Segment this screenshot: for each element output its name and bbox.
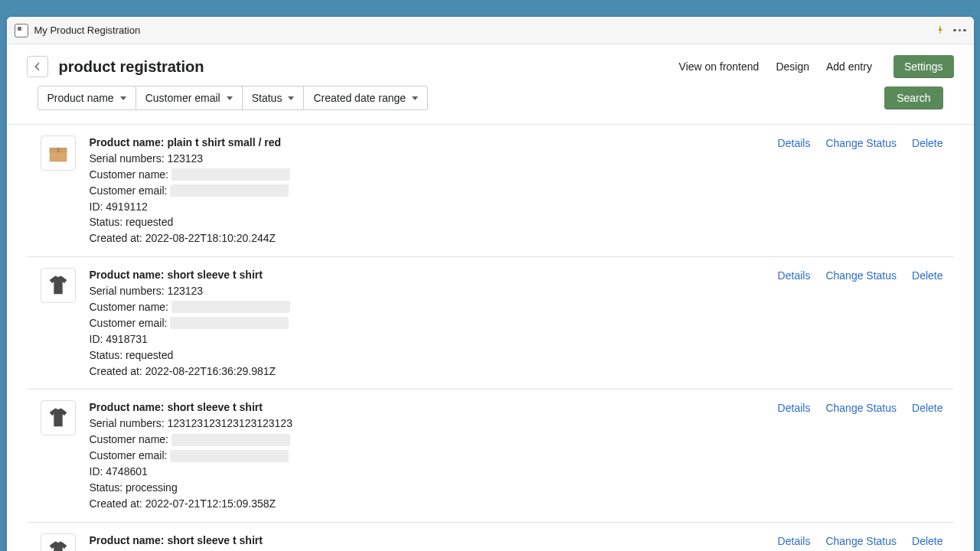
search-button[interactable]: Search: [884, 86, 942, 109]
change-status-link[interactable]: Change Status: [825, 137, 897, 149]
app-icon: [15, 24, 28, 37]
field-value: 123123123123123123123: [167, 416, 292, 431]
redacted-value: [170, 184, 289, 197]
entry-field: Created at: 2022-08-22T16:36:29.981Z: [90, 364, 764, 379]
field-label: Customer email:: [90, 316, 171, 331]
filter-customer-email[interactable]: Customer email: [136, 86, 243, 110]
change-status-link[interactable]: Change Status: [825, 402, 897, 414]
entry-field: ID: 4918731: [90, 332, 764, 347]
pin-icon[interactable]: [935, 25, 946, 36]
entry-field: Customer name:: [90, 300, 764, 315]
field-label: Serial numbers:: [90, 284, 168, 298]
field-value: requested: [126, 348, 173, 363]
field-label: Customer name:: [90, 432, 172, 447]
field-value: 123123: [167, 152, 203, 166]
entry-field: Status: requested: [90, 215, 764, 230]
field-label: Product name:: [90, 135, 168, 150]
field-value: short sleeve t shirt: [167, 268, 263, 282]
entry-field: ID: 4748601: [90, 465, 764, 479]
settings-button[interactable]: Settings: [893, 55, 954, 78]
design-link[interactable]: Design: [776, 60, 809, 73]
entry-field: Product name: short sleeve t shirt: [90, 268, 764, 282]
chevron-down-icon: [288, 96, 294, 100]
field-value: plain t shirt small / red: [167, 135, 281, 150]
field-value: 4918731: [106, 332, 148, 347]
entry-field: Status: processing: [90, 481, 764, 495]
field-value: 4748601: [106, 465, 148, 479]
delete-link[interactable]: Delete: [912, 402, 942, 414]
app-title: My Product Registration: [34, 24, 141, 36]
field-label: Status:: [90, 348, 126, 363]
header-actions: View on frontend Design Add entry Settin…: [679, 55, 954, 78]
change-status-link[interactable]: Change Status: [825, 535, 897, 547]
chevron-down-icon: [412, 96, 418, 100]
box-icon: [41, 135, 76, 171]
entry-field: Serial numbers: 123123: [90, 284, 764, 298]
delete-link[interactable]: Delete: [912, 137, 942, 149]
entry-field: Customer email:: [90, 184, 764, 198]
field-value: 2022-08-22T18:10:20.244Z: [145, 231, 276, 246]
back-button[interactable]: [27, 56, 48, 77]
entry-body: Product name: short sleeve t shirtSerial…: [90, 268, 764, 378]
field-label: ID:: [90, 465, 106, 479]
entry-body: Product name: short sleeve t shirtSerial…: [90, 533, 764, 551]
redacted-value: [170, 450, 289, 462]
field-label: Product name:: [90, 268, 168, 282]
field-value: 123123: [167, 284, 203, 298]
redacted-value: [172, 434, 290, 446]
entry-actions: DetailsChange StatusDelete: [778, 400, 943, 510]
field-label: Serial numbers:: [90, 416, 168, 431]
details-link[interactable]: Details: [778, 402, 811, 414]
delete-link[interactable]: Delete: [912, 535, 942, 547]
entry-body: Product name: plain t shirt small / redS…: [90, 135, 764, 246]
field-label: Created at:: [90, 231, 145, 246]
entry-field: Created at: 2022-08-22T18:10:20.244Z: [90, 231, 764, 246]
entry-field: Product name: short sleeve t shirt: [90, 400, 764, 415]
tshirt-icon: [41, 268, 76, 303]
details-link[interactable]: Details: [778, 535, 811, 547]
entry-field: Serial numbers: 123123123123123123123: [90, 416, 764, 431]
filter-label: Product name: [47, 92, 114, 104]
details-link[interactable]: Details: [778, 269, 811, 282]
page-header: product registration View on frontend De…: [7, 44, 974, 86]
field-value: 2022-07-21T12:15:09.358Z: [145, 497, 276, 511]
delete-link[interactable]: Delete: [912, 269, 942, 282]
filter-product-name[interactable]: Product name: [38, 86, 136, 110]
field-label: Customer email:: [90, 448, 171, 463]
redacted-value: [172, 301, 290, 313]
entry-row: Product name: plain t shirt small / redS…: [27, 125, 954, 257]
tshirt-icon: [41, 533, 76, 551]
filter-status[interactable]: Status: [243, 86, 305, 110]
field-label: Product name:: [90, 533, 168, 548]
redacted-value: [170, 317, 289, 329]
entry-field: Created at: 2022-07-21T12:15:09.358Z: [90, 497, 764, 511]
redacted-value: [172, 168, 290, 181]
entry-row: Product name: short sleeve t shirtSerial…: [27, 390, 954, 522]
field-label: Created at:: [90, 497, 145, 511]
change-status-link[interactable]: Change Status: [825, 269, 897, 282]
app-window: My Product Registration product registra…: [7, 17, 974, 551]
entries-list: Product name: plain t shirt small / redS…: [7, 125, 974, 551]
entry-field: ID: 4919112: [90, 200, 764, 214]
more-icon[interactable]: [953, 29, 966, 32]
entry-actions: DetailsChange StatusDelete: [778, 533, 943, 551]
field-label: Customer name:: [90, 300, 172, 315]
svg-rect-2: [57, 148, 59, 152]
field-label: Status:: [90, 215, 126, 230]
field-label: Customer name:: [90, 168, 172, 182]
filter-bar: Product name Customer email Status Creat…: [7, 86, 974, 125]
field-value: 2022-08-22T16:36:29.981Z: [145, 364, 276, 379]
field-value: requested: [126, 215, 173, 230]
entry-row: Product name: short sleeve t shirtSerial…: [27, 523, 954, 551]
filter-created-range[interactable]: Created date range: [304, 86, 428, 110]
entry-field: Customer email:: [90, 448, 764, 463]
entry-actions: DetailsChange StatusDelete: [778, 268, 943, 378]
details-link[interactable]: Details: [778, 137, 811, 149]
filter-label: Status: [252, 92, 283, 104]
entry-field: Product name: plain t shirt small / red: [90, 135, 764, 150]
view-frontend-link[interactable]: View on frontend: [679, 60, 760, 73]
chevron-down-icon: [227, 96, 233, 100]
entry-field: Serial numbers: 123123: [90, 152, 764, 166]
add-entry-link[interactable]: Add entry: [826, 60, 872, 73]
field-label: ID:: [90, 200, 106, 214]
